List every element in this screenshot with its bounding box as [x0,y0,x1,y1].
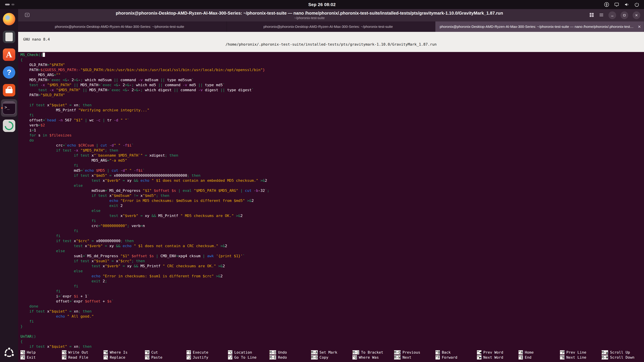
close-button[interactable] [632,11,640,19]
ubuntu-logo[interactable] [4,347,14,358]
nano-editor[interactable]: MS_Check() { OLD_PATH="$PATH" PATH=${GUE… [18,52,644,350]
dock-item-firefox[interactable] [1,10,17,28]
shortcut-key: ^J [186,355,191,360]
shortcut-key: ^B [436,350,440,355]
shortcut-label: Copy [320,355,328,360]
volume-icon[interactable] [624,2,629,7]
shortcut-go-to-line: ^/Go To Line [228,355,270,360]
shortcut-key: M-] [352,350,359,355]
dock-item-terminal[interactable]: >_ [1,99,17,117]
menu-icon[interactable] [599,12,604,18]
code-line: test x"$verb" = xy && MS_Printf " CRC ch… [20,264,644,269]
code-line: fi [20,319,644,324]
shortcut-read-file: ^RRead File [62,355,103,360]
status-tray[interactable] [604,0,639,9]
code-line: { [20,339,644,344]
display-icon[interactable] [614,2,619,7]
new-tab-button[interactable] [24,12,30,18]
shortcut-redo: M-ERedo [270,355,311,360]
code-line: MS_Printf "Verifying archive integrity..… [20,108,644,113]
nano-titlebar: GNU nano 8.4 /home/phoronix/.phoronix-te… [18,32,644,52]
shortcut-key: M-A [311,350,318,355]
code-line: { [20,57,644,62]
dock-item-software[interactable] [1,81,17,99]
dock-item-files[interactable] [1,28,17,46]
terminal-glyph: >_ [4,105,10,110]
code-line [20,329,644,334]
shortcut-scroll-up: M-▲Scroll Up [602,350,643,355]
code-line: test x"$verb" = xy && echo " $1 does not… [20,178,644,183]
code-line: i=`expr $i + 1` [20,294,644,299]
code-line: fi [20,284,644,289]
shortcut-previous: M-QPrevious [394,350,436,355]
tab-label: phoronix@phoronix-Desktop-AMD-Ryzen-AI-M… [55,25,184,29]
shortcut-justify: ^JJustify [186,355,228,360]
shortcut-key: ^▶ [477,355,482,360]
code-line: crc="0000000000"; verb=n [20,223,644,228]
shortcut-copy: M-6Copy [311,355,352,360]
help-glyph: ? [7,68,12,77]
tab-1[interactable]: phoronix@phoronix-Desktop-AMD-Ryzen-AI-M… [18,21,227,32]
shortcut-next-word: ^▶Next Word [477,355,518,360]
shortcut-where-was: ^QWhere Was [352,355,394,360]
workspace-indicator[interactable] [5,4,14,5]
shortcut-help: ^GHelp [20,350,62,355]
shortcut-label: Previous [402,350,420,355]
tab-3[interactable]: phoronix@phoronix-Desktop-AMD-Ryzen-AI-M… [435,21,644,32]
code-line: offset=`head -n 567 "$1" | wc -c | tr -d… [20,118,644,123]
shortcut-key: ^K [145,350,150,355]
maximize-button[interactable] [620,11,628,19]
software-icon [3,84,15,96]
code-line: test x"$verb" = xy && MS_Printf " MD5 ch… [20,213,644,218]
code-line: md5=`echo $MD5 | cut -d" " -f$i` [20,168,644,173]
shortcut-label: Where Is [110,350,128,355]
code-line: if test x"$sum1" = x"$crc"; then [20,259,644,264]
window-titlebar[interactable]: phoronix@phoronix-Desktop-AMD-Ryzen-AI-M… [18,9,644,21]
window-subtitle: ~/phoronix-test-suite [34,16,584,20]
shortcut-key: M-U [270,350,276,355]
shortcut-exit: ^XExit [20,355,62,360]
shortcut-label: Back [442,350,450,355]
code-line: sum1=`MS_dd_Progress "$1" $offset $s | C… [20,254,644,259]
shortcut-cut: ^KCut [145,350,186,355]
code-line: else [20,208,644,213]
shortcut-key: ^Q [352,355,357,360]
shortcut-label: Redo [278,355,287,360]
firefox-icon [3,13,15,25]
code-line: PATH=${GUESS_MD5_PATH:-"$OLD_PATH:/bin:/… [20,67,644,72]
shortcut-replace: ^\Replace [104,355,145,360]
power-icon[interactable] [634,2,639,7]
code-line: verb=$2 [20,123,644,128]
accessibility-icon[interactable] [604,2,609,7]
shortcut-set-mark: M-ASet Mark [311,350,352,355]
shortcut-label: Where Was [359,355,379,360]
tab-overview-icon[interactable] [589,12,594,18]
nano-filename: /home/phoronix/.phoronix-test-suite/inst… [226,42,436,47]
shortcut-label: To Bracket [361,350,383,355]
shortcut-label: Next Line [566,355,586,360]
code-line: if test x"$md5" = x000000000000000000000… [20,173,644,178]
app-center-glyph: A [6,50,12,59]
shortcut-label: Prev Word [483,350,503,355]
tab-2[interactable]: phoronix@phoronix-Desktop-AMD-Ryzen-AI-M… [227,21,436,32]
dock-item-help[interactable]: ? [1,64,17,81]
tab-label: phoronix@phoronix-Desktop-AMD-Ryzen-AI-M… [440,25,634,29]
code-line: echo "Error in checksums: $sum1 is diffe… [20,274,644,279]
code-line: MS_Check() [20,52,644,57]
code-line: if test x"$quiet" = xn; then [20,309,644,314]
code-line: for s in $filesizes [20,133,644,138]
dock-item-software-updater[interactable] [1,117,17,134]
terminal[interactable]: GNU nano 8.4 /home/phoronix/.phoronix-te… [18,32,644,362]
shortcut-key: ^R [62,355,66,360]
shortcut-label: Execute [193,350,208,355]
code-line: PATH="$OLD_PATH" [20,92,644,98]
shortcut-key: ^\ [104,355,108,360]
dock-item-app-center[interactable]: A [1,46,17,63]
code-line: MD5_ARG="-a md5" [20,158,644,163]
code-line: fi [20,218,644,223]
clock[interactable]: Sep 26 08:02 [308,2,336,7]
tab-close-icon[interactable]: × [638,24,641,29]
shortcut-key: ^P [560,350,564,355]
app-center-icon: A [3,48,15,61]
minimize-button[interactable] [608,11,616,19]
